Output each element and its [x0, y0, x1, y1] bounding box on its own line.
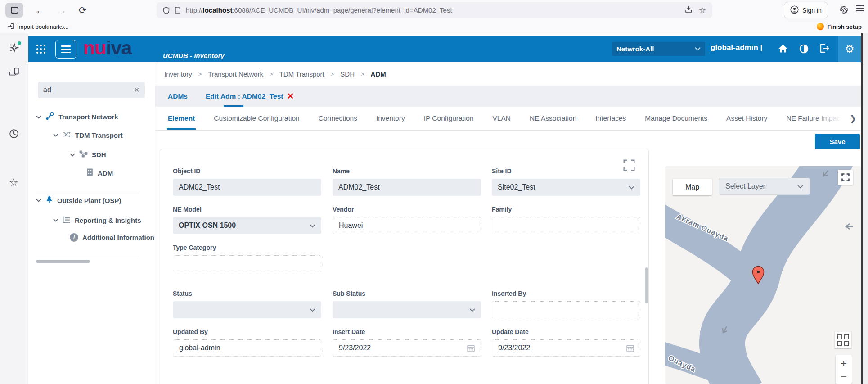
form-scrollbar[interactable] — [645, 267, 648, 303]
subtab-manage-documents[interactable]: Manage Documents — [645, 114, 707, 122]
breadcrumb-item[interactable]: TDM Transport — [279, 70, 324, 78]
tree-label: Reporting & Insights — [75, 217, 141, 224]
sign-in-button[interactable]: Sign in — [784, 2, 828, 18]
sub-status-select[interactable] — [333, 301, 481, 318]
network-selector[interactable]: Netwrok-All — [612, 42, 705, 56]
page-scrollbar-gutter[interactable] — [863, 33, 868, 384]
clear-search-icon[interactable]: ✕ — [134, 86, 139, 94]
subtab-customizable-configuration[interactable]: Customizable Configuration — [214, 114, 299, 122]
family-input[interactable] — [492, 217, 640, 234]
chevron-down-icon[interactable] — [36, 199, 41, 202]
subtab-inventory[interactable]: Inventory — [376, 114, 405, 122]
sidebar-item-outside-plant[interactable]: Outside Plant (OSP) — [36, 195, 121, 205]
app-menu-button[interactable] — [55, 40, 76, 59]
sidebar-item-additional-information[interactable]: i Additional Information — [70, 233, 154, 242]
browser-sidebar-strip: ☆ — [0, 33, 28, 384]
breadcrumb-item[interactable]: SDH — [340, 70, 355, 78]
status-select[interactable] — [173, 301, 321, 318]
map-panel[interactable]: Akram Ouayda Ouayda Map Select Layer + − — [665, 166, 861, 384]
map-type-button[interactable]: Map — [673, 179, 712, 195]
field-insert-date: Insert Date 9/23/2022 — [333, 328, 481, 357]
layer-select[interactable]: Select Layer — [719, 178, 810, 195]
bookmarks-star-icon[interactable]: ☆ — [9, 177, 20, 188]
finish-setup-button[interactable]: Finish setup — [817, 20, 862, 33]
home-icon[interactable] — [778, 44, 788, 55]
field-updated-by: Updated By global-admin — [173, 328, 321, 357]
subtab-ne-association[interactable]: NE Association — [530, 114, 576, 122]
calendar-icon[interactable] — [626, 344, 634, 352]
divider — [36, 194, 139, 194]
layer-select-value: Select Layer — [725, 182, 765, 190]
shield-icon[interactable] — [163, 7, 170, 14]
subtab-scroll-right-icon[interactable]: ❯ — [850, 114, 856, 124]
bookmark-star-icon[interactable]: ☆ — [699, 6, 706, 14]
zoom-out-button[interactable]: − — [841, 371, 847, 382]
chevron-down-icon[interactable] — [36, 115, 41, 119]
field-label: Site ID — [492, 167, 640, 175]
subtab-ip-configuration[interactable]: IP Configuration — [424, 114, 474, 122]
ne-model-select[interactable]: OPTIX OSN 1500 — [173, 217, 321, 234]
type-category-input[interactable] — [173, 255, 321, 272]
chevron-down-icon[interactable] — [53, 218, 58, 222]
element-form-card: Object ID ADM02_Test Name ADM02_Test Sit… — [160, 149, 649, 384]
chevron-down-icon — [469, 308, 475, 312]
tree-label: TDM Transport — [75, 131, 123, 139]
subtab-interfaces[interactable]: Interfaces — [595, 114, 626, 122]
contrast-icon[interactable] — [799, 44, 809, 55]
field-type-category: Type Category — [173, 244, 321, 272]
sidebar-search-input[interactable]: ad ✕ — [38, 82, 145, 98]
chevron-down-icon — [629, 185, 634, 190]
subtab-vlan[interactable]: VLAN — [493, 114, 511, 122]
site-id-select[interactable]: Site02_Test — [492, 179, 640, 196]
insert-date-input[interactable]: 9/23/2022 — [333, 339, 481, 357]
update-date-input[interactable]: 9/23/2022 — [492, 339, 640, 357]
map-zoom-control[interactable]: + − — [836, 355, 852, 384]
tree-label: Transport Network — [58, 113, 118, 121]
page-info-icon[interactable] — [175, 7, 180, 14]
back-icon[interactable]: ← — [36, 5, 45, 15]
import-bookmarks-button[interactable]: Import bookmarks... — [7, 23, 69, 31]
tab-edit-adm[interactable]: Edit Adm : ADM02_Test ✕ — [206, 92, 294, 100]
browser-tab-button[interactable] — [5, 3, 23, 18]
breadcrumb-item[interactable]: Transport Network — [208, 70, 263, 78]
inserted-by-input[interactable] — [492, 301, 640, 318]
reload-icon[interactable]: ⟳ — [79, 5, 87, 15]
zoom-in-button[interactable]: + — [841, 358, 847, 369]
devices-icon[interactable] — [9, 67, 20, 78]
name-input[interactable]: ADM02_Test — [333, 179, 481, 196]
save-button[interactable]: Save — [815, 134, 860, 149]
sidebar-item-adm[interactable]: ADM — [86, 168, 113, 177]
history-clock-icon[interactable] — [9, 129, 20, 140]
chevron-down-icon[interactable] — [53, 133, 58, 137]
sidebar-item-sdh[interactable]: SDH — [70, 150, 106, 159]
calendar-icon[interactable] — [467, 344, 475, 352]
firefox-icon — [817, 23, 824, 30]
app-grid-icon[interactable] — [36, 44, 46, 56]
extensions-icon[interactable] — [840, 5, 848, 16]
vendor-input[interactable]: Huawei — [333, 217, 481, 234]
sidebar-horizontal-scrollbar[interactable] — [36, 260, 90, 263]
breadcrumb-item[interactable]: Inventory — [164, 70, 192, 78]
subtab-element[interactable]: Element — [168, 114, 195, 122]
logout-icon[interactable] — [820, 44, 829, 54]
ai-sparkle-icon[interactable] — [9, 43, 20, 54]
chevron-down-icon — [310, 224, 315, 228]
subtab-connections[interactable]: Connections — [319, 114, 357, 122]
sidebar-item-tdm-transport[interactable]: TDM Transport — [53, 131, 123, 139]
sidebar-item-reporting-insights[interactable]: Reporting & Insights — [53, 216, 141, 225]
browser-menu-icon[interactable] — [856, 4, 864, 13]
subtab-asset-history[interactable]: Asset History — [726, 114, 767, 122]
settings-gear-button[interactable]: ⚙ — [838, 36, 861, 62]
map-fullscreen-button[interactable] — [838, 170, 853, 185]
url-bar[interactable]: http://localhost:6088/ACE_UCMDB_UI/inv/a… — [157, 2, 712, 18]
map-canvas[interactable]: Akram Ouayda Ouayda — [665, 166, 861, 384]
sidebar-item-transport-network[interactable]: Transport Network — [36, 112, 118, 122]
save-to-pocket-icon[interactable] — [685, 5, 693, 15]
object-id-input[interactable]: ADM02_Test — [173, 179, 321, 196]
chevron-down-icon — [695, 47, 701, 51]
close-tab-icon[interactable]: ✕ — [287, 92, 294, 100]
map-tiles-button[interactable] — [835, 332, 851, 348]
updated-by-input[interactable]: global-admin — [173, 339, 321, 357]
chevron-down-icon[interactable] — [70, 153, 75, 157]
tab-adms[interactable]: ADMs — [168, 92, 188, 100]
